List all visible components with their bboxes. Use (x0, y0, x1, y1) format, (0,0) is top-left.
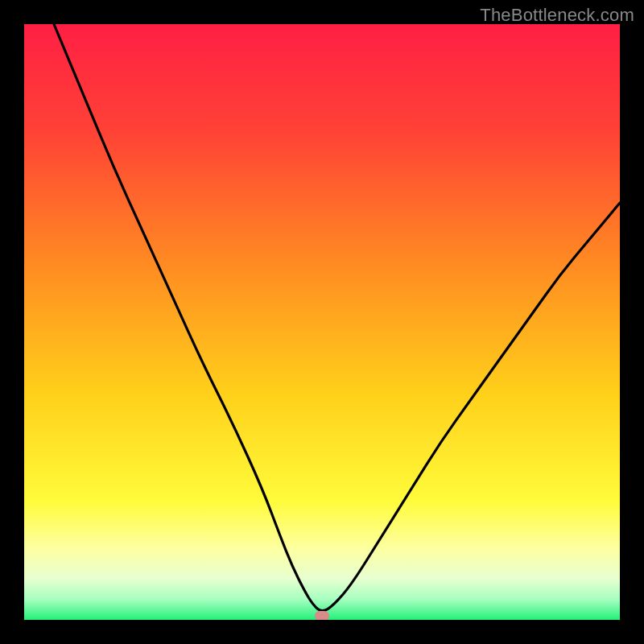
chart-frame: TheBottleneck.com (0, 0, 644, 644)
plot-area (24, 24, 620, 620)
watermark-text: TheBottleneck.com (480, 5, 634, 26)
bottleneck-curve (24, 24, 620, 620)
minimum-marker (315, 611, 329, 620)
